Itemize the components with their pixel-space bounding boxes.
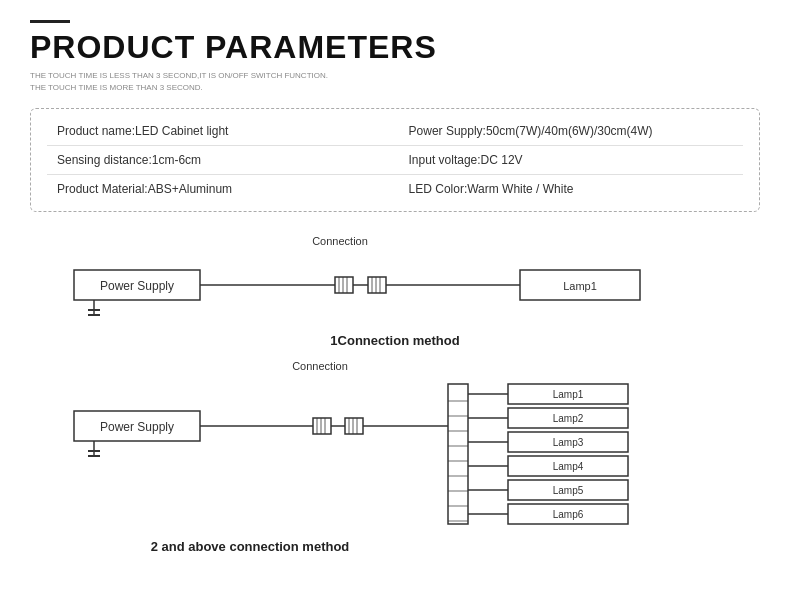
diagrams-area: Connection Power Supp [30, 230, 760, 578]
params-box: Product name:LED Cabinet light Power Sup… [30, 108, 760, 212]
diagram2-section: Connection Power Supply [30, 356, 760, 570]
svg-text:Lamp4: Lamp4 [553, 461, 584, 472]
svg-rect-26 [345, 418, 363, 434]
svg-text:Lamp1: Lamp1 [553, 389, 584, 400]
top-line [30, 20, 70, 23]
params-row-1: Product name:LED Cabinet light Power Sup… [47, 117, 743, 146]
diagram2-svg: Connection Power Supply [30, 356, 760, 566]
svg-text:Lamp2: Lamp2 [553, 413, 584, 424]
param-led-color: LED Color:Warm White / White [409, 182, 733, 196]
svg-rect-21 [313, 418, 331, 434]
param-product-name: Product name:LED Cabinet light [57, 124, 381, 138]
params-row-2: Sensing distance:1cm-6cm Input voltage:D… [47, 146, 743, 175]
svg-rect-1 [335, 277, 353, 293]
diagram2-caption: 2 and above connection method [151, 539, 350, 554]
param-sensing-distance: Sensing distance:1cm-6cm [57, 153, 381, 167]
param-input-voltage: Input voltage:DC 12V [409, 153, 733, 167]
power-supply-label-2: Power Supply [100, 420, 174, 434]
connection-label-2: Connection [292, 360, 348, 372]
page-title: PRODUCT PARAMETERS [30, 29, 760, 66]
param-power-supply: Power Supply:50cm(7W)/40m(6W)/30cm(4W) [409, 124, 733, 138]
svg-rect-6 [368, 277, 386, 293]
params-row-3: Product Material:ABS+Aluminum LED Color:… [47, 175, 743, 203]
diagram1-svg: Connection Power Supp [30, 230, 760, 325]
diagram1-caption: 1Connection method [30, 333, 760, 348]
svg-text:Lamp3: Lamp3 [553, 437, 584, 448]
power-supply-label-1: Power Supply [100, 279, 174, 293]
svg-text:Lamp6: Lamp6 [553, 509, 584, 520]
param-material: Product Material:ABS+Aluminum [57, 182, 381, 196]
svg-rect-31 [448, 384, 468, 524]
lamp1-label-1: Lamp1 [563, 280, 597, 292]
subtitle: THE TOUCH TIME IS LESS THAN 3 SECOND,IT … [30, 70, 760, 94]
diagram1-section: Connection Power Supp [30, 230, 760, 348]
svg-text:Lamp5: Lamp5 [553, 485, 584, 496]
connection-label-1: Connection [312, 235, 368, 247]
